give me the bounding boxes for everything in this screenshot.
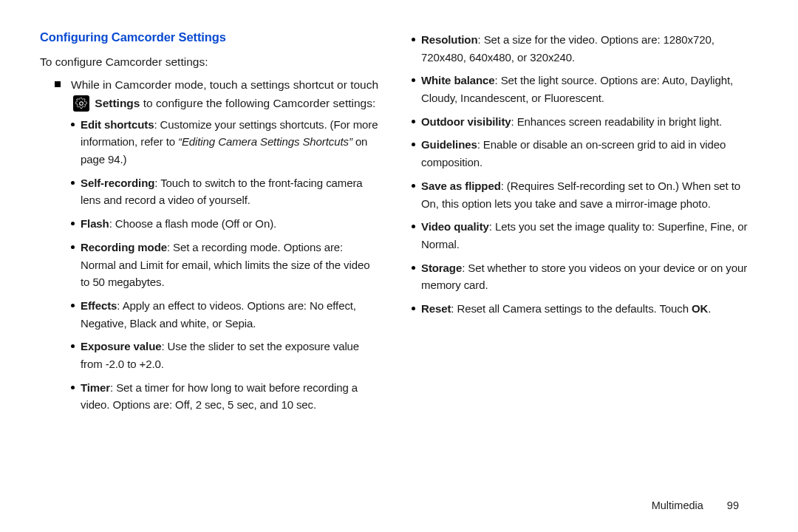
setting-title: White balance — [421, 74, 495, 86]
setting-desc: : Set a timer for how long to wait befor… — [81, 381, 358, 412]
right-setting-list: Resolution: Set a size for the video. Op… — [412, 31, 751, 318]
gear-icon — [73, 95, 89, 112]
setting-text: Save as flipped: (Requires Self-recordin… — [421, 177, 751, 212]
setting-text: Storage: Set whether to store you videos… — [421, 259, 751, 294]
setting-title: Resolution — [421, 33, 478, 46]
setting-item: White balance: Set the light source. Opt… — [412, 72, 751, 106]
bullet-icon — [412, 266, 415, 270]
setting-text: Recording mode: Set a recording mode. Op… — [81, 239, 379, 291]
bullet-icon — [412, 225, 415, 228]
setting-item: Resolution: Set a size for the video. Op… — [412, 31, 751, 66]
bullet-icon — [412, 143, 415, 146]
page-footer: Multimedia 99 — [652, 499, 739, 511]
setting-title: Reset — [421, 302, 451, 315]
left-setting-list: Edit shortcuts: Customize your settings … — [71, 116, 379, 414]
right-column: Resolution: Set a size for the video. Op… — [412, 28, 751, 420]
bullet-icon — [71, 386, 75, 389]
step-item: While in Camcorder mode, touch a setting… — [55, 75, 379, 113]
bullet-icon — [71, 245, 75, 249]
setting-item: Video quality: Lets you set the image qu… — [412, 218, 751, 253]
section-heading: Configuring Camcorder Settings — [40, 28, 379, 47]
setting-desc: : Set whether to store you videos on you… — [421, 262, 747, 292]
step-part-b: to configure the following Camcorder set… — [140, 97, 375, 109]
setting-text: Effects: Apply an effect to videos. Opti… — [81, 297, 379, 332]
setting-item: Save as flipped: (Requires Self-recordin… — [412, 177, 751, 212]
setting-title: Effects — [81, 299, 117, 312]
footer-page-number: 99 — [727, 499, 739, 511]
setting-desc: : Reset all Camera settings to the defau… — [451, 302, 692, 315]
footer-section: Multimedia — [652, 499, 703, 511]
setting-text: Self-recording: Touch to switch to the f… — [81, 174, 379, 209]
setting-desc-ital: “Editing Camera Settings Shortcuts” — [178, 135, 352, 148]
setting-title: Storage — [421, 262, 462, 274]
setting-text: Exposure value: Use the slider to set th… — [81, 338, 379, 372]
setting-item: Edit shortcuts: Customize your settings … — [71, 116, 379, 168]
setting-text: Guidelines: Enable or disable an on-scre… — [421, 136, 751, 171]
setting-title: Flash — [81, 217, 109, 230]
bullet-icon — [412, 307, 415, 310]
setting-text: Outdoor visibility: Enhances screen read… — [421, 113, 722, 131]
setting-text: Video quality: Lets you set the image qu… — [421, 218, 751, 253]
setting-item: Exposure value: Use the slider to set th… — [71, 338, 379, 372]
setting-text: Reset: Reset all Camera settings to the … — [421, 300, 711, 318]
setting-text: Resolution: Set a size for the video. Op… — [421, 31, 751, 66]
bullet-icon — [412, 184, 415, 188]
setting-title: Exposure value — [81, 340, 161, 352]
setting-tail-bold: OK — [692, 302, 708, 315]
setting-title: Self-recording — [81, 177, 154, 189]
setting-desc: : Apply an effect to videos. Options are… — [81, 299, 356, 330]
setting-item: Storage: Set whether to store you videos… — [412, 259, 751, 294]
setting-desc: : Enhances screen readability in bright … — [511, 115, 723, 128]
setting-title: Outdoor visibility — [421, 115, 511, 128]
bullet-icon — [71, 222, 75, 225]
setting-title: Save as flipped — [421, 180, 501, 192]
bullet-icon — [71, 304, 75, 307]
setting-item: Timer: Set a timer for how long to wait … — [71, 379, 379, 414]
setting-text: Flash: Choose a flash mode (Off or On). — [81, 215, 276, 233]
bullet-icon — [71, 123, 75, 126]
bullet-icon — [412, 120, 415, 123]
intro-text: To configure Camcorder settings: — [40, 53, 379, 71]
step-settings-bold: Settings — [95, 97, 140, 109]
bullet-icon — [412, 38, 415, 41]
setting-item: Reset: Reset all Camera settings to the … — [412, 300, 751, 318]
setting-title: Video quality — [421, 220, 489, 233]
setting-title: Recording mode — [81, 241, 167, 253]
setting-text: Timer: Set a timer for how long to wait … — [81, 379, 379, 414]
setting-item: Self-recording: Touch to switch to the f… — [71, 174, 379, 209]
step-part-a: While in Camcorder mode, touch a setting… — [71, 78, 378, 91]
setting-title: Edit shortcuts — [81, 118, 154, 131]
setting-tail-post: . — [708, 302, 711, 315]
left-column: Configuring Camcorder Settings To config… — [40, 28, 379, 420]
bullet-icon — [412, 78, 415, 82]
bullet-icon — [71, 181, 75, 185]
setting-text: Edit shortcuts: Customize your settings … — [81, 116, 379, 168]
setting-desc: : Choose a flash mode (Off or On). — [109, 217, 276, 230]
square-bullet-icon — [55, 81, 61, 87]
setting-title: Timer — [81, 381, 110, 394]
setting-item: Guidelines: Enable or disable an on-scre… — [412, 136, 751, 171]
setting-item: Effects: Apply an effect to videos. Opti… — [71, 297, 379, 332]
setting-item: Outdoor visibility: Enhances screen read… — [412, 113, 751, 131]
setting-item: Recording mode: Set a recording mode. Op… — [71, 239, 379, 291]
setting-item: Flash: Choose a flash mode (Off or On). — [71, 215, 379, 233]
bullet-icon — [71, 344, 75, 348]
step-text: While in Camcorder mode, touch a setting… — [71, 75, 379, 113]
setting-text: White balance: Set the light source. Opt… — [421, 72, 751, 106]
setting-title: Guidelines — [421, 138, 477, 151]
